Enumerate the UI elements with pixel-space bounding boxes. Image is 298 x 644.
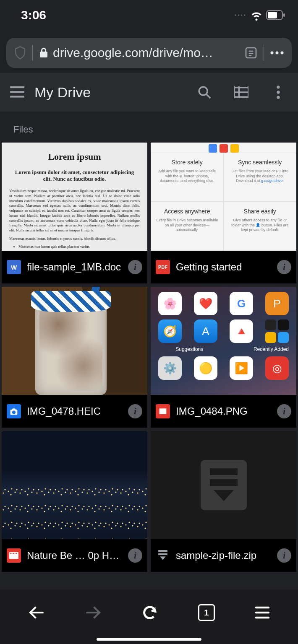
file-card[interactable]: sample-zip-file.zip i (151, 431, 296, 572)
svg-rect-28 (15, 553, 16, 554)
cell-signal-icon: •••• (235, 12, 247, 18)
image-icon (156, 404, 170, 418)
file-thumbnail (2, 431, 147, 539)
file-footer: IMG_0484.PNG i (151, 395, 296, 428)
svg-rect-26 (12, 553, 13, 554)
svg-point-13 (199, 87, 207, 95)
svg-point-22 (277, 91, 280, 93)
info-button[interactable]: i (277, 260, 291, 274)
svg-rect-10 (10, 86, 24, 88)
url-text[interactable]: drive.google.com/drive/mo… (39, 46, 238, 60)
section-label: Files (0, 112, 298, 143)
drive-header: My Drive (0, 73, 298, 112)
page-title: My Drive (34, 84, 177, 101)
back-button[interactable] (28, 604, 45, 621)
file-name: Getting started (176, 261, 271, 273)
pdf-icon: PDF (156, 260, 170, 274)
wifi-icon (250, 9, 263, 21)
svg-rect-1 (268, 12, 277, 18)
file-thumbnail (2, 287, 147, 395)
svg-rect-31 (158, 553, 167, 555)
hamburger-icon[interactable] (10, 86, 24, 98)
file-card[interactable]: Lorem ipsum Lorem ipsum dolor sit amet, … (2, 143, 147, 283)
reader-mode-icon[interactable] (244, 46, 258, 60)
svg-point-23 (277, 96, 280, 99)
svg-rect-12 (10, 96, 24, 97)
file-thumbnail: Store safelyAdd any file you want to kee… (151, 143, 296, 251)
camera-icon (7, 404, 21, 418)
file-card[interactable]: Nature Be … 0p HD.mp4 i (2, 431, 147, 572)
info-button[interactable]: i (128, 404, 142, 418)
file-name: file-sample_1MB.doc (27, 261, 122, 273)
battery-icon (266, 10, 285, 20)
svg-line-14 (206, 94, 210, 98)
svg-rect-29 (16, 553, 17, 554)
clock: 3:06 (21, 8, 46, 22)
file-footer: sample-zip-file.zip i (151, 539, 296, 572)
info-button[interactable]: i (277, 404, 291, 418)
info-button[interactable]: i (277, 548, 291, 563)
overflow-button[interactable] (269, 83, 288, 102)
video-icon (7, 548, 21, 563)
more-icon[interactable] (270, 51, 284, 55)
shield-icon[interactable] (14, 46, 26, 60)
archive-icon (156, 548, 170, 563)
svg-rect-11 (10, 91, 24, 93)
lock-icon (39, 47, 49, 58)
tabs-button[interactable]: 1 (198, 604, 215, 621)
file-thumbnail (151, 431, 296, 539)
file-footer: W file-sample_1MB.doc i (2, 251, 147, 283)
file-grid: Lorem ipsum Lorem ipsum dolor sit amet, … (0, 143, 298, 572)
file-name: IMG_0478.HEIC (27, 405, 122, 417)
forward-button[interactable] (85, 604, 102, 621)
file-footer: Nature Be … 0p HD.mp4 i (2, 539, 147, 572)
divider (264, 45, 264, 61)
more-vertical-icon (276, 85, 280, 99)
svg-rect-2 (283, 13, 285, 17)
svg-rect-25 (10, 553, 11, 554)
menu-button[interactable] (255, 606, 270, 619)
home-indicator[interactable] (97, 638, 201, 641)
divider (32, 45, 33, 61)
browser-bottom-bar: 1 (0, 589, 298, 644)
svg-point-8 (276, 52, 279, 55)
file-card[interactable]: 🌸 ❤️ G P 🧭 A 🔺 Suggestions Recent (151, 287, 296, 428)
file-thumbnail: Lorem ipsum Lorem ipsum dolor sit amet, … (2, 143, 147, 251)
file-footer: IMG_0478.HEIC i (2, 395, 147, 428)
svg-point-7 (271, 52, 274, 55)
svg-rect-30 (158, 550, 167, 552)
file-card[interactable]: IMG_0478.HEIC i (2, 287, 147, 428)
file-card[interactable]: Store safelyAdd any file you want to kee… (151, 143, 296, 283)
file-footer: PDF Getting started i (151, 251, 296, 283)
search-icon (197, 85, 212, 99)
search-button[interactable] (195, 83, 214, 102)
status-bar: 3:06 •••• (0, 0, 298, 30)
list-view-button[interactable] (232, 83, 251, 102)
url-bar[interactable]: drive.google.com/drive/mo… (6, 38, 292, 68)
info-button[interactable]: i (128, 260, 142, 274)
word-doc-icon: W (7, 260, 21, 274)
svg-point-9 (281, 52, 284, 55)
file-name: IMG_0484.PNG (176, 405, 271, 417)
svg-rect-27 (13, 553, 14, 554)
svg-point-21 (277, 86, 280, 88)
file-thumbnail: 🌸 ❤️ G P 🧭 A 🔺 Suggestions Recent (151, 287, 296, 395)
file-name: sample-zip-file.zip (176, 550, 271, 561)
reload-button[interactable] (141, 604, 158, 621)
status-right: •••• (235, 9, 285, 21)
list-view-icon (234, 86, 248, 98)
file-name: Nature Be … 0p HD.mp4 (27, 550, 122, 561)
info-button[interactable]: i (128, 548, 142, 563)
